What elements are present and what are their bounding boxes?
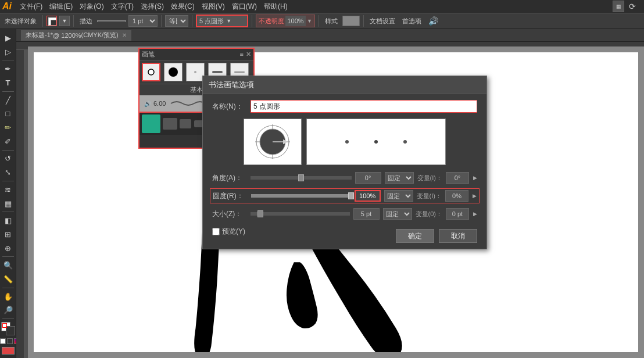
tool-scale[interactable]: ⤡ [1,166,15,179]
brush-dropdown-arrow[interactable]: ▼ [226,18,231,24]
menu-file[interactable]: 文件(F) [16,0,46,13]
roundness-var-input[interactable] [445,190,468,202]
main-area: ▶ ▷ ✒ T ╱ □ ✏ ✐ ↺ ⤡ ≋ ▦ ◧ ⊞ ⊕ 🔍 📏 ✋ 🔎 [0,29,644,358]
size-value-input[interactable] [353,208,380,220]
brush-panel-controls: ≡ ✕ [240,51,251,58]
size-slider[interactable] [251,212,350,216]
cancel-button[interactable]: 取消 [439,229,477,243]
menu-text[interactable]: 文字(T) [108,0,137,13]
angle-slider[interactable] [251,176,352,180]
svg-point-18 [374,140,378,144]
size-fixed-select[interactable]: 固定 [383,208,412,220]
screen-mode-btn[interactable] [2,347,15,355]
size-slider-thumb[interactable] [257,210,263,217]
white-swatch[interactable] [0,338,6,344]
dialog-buttons: 确定 取消 [396,229,477,243]
roundness-slider-thumb[interactable] [348,192,354,199]
menu-select[interactable]: 选择(S) [137,0,167,13]
fill-stroke-colors[interactable] [1,322,15,335]
tool-measure[interactable]: 📏 [1,273,15,286]
document-tab[interactable]: 未标题-1* @ 1200% (CMYK/预览) ✕ [21,30,131,41]
tool-direct-select[interactable]: ▷ [1,45,15,59]
menu-object[interactable]: 对象(O) [76,0,107,13]
tool-zoom[interactable]: 🔎 [1,304,15,317]
svg-rect-7 [163,118,177,130]
tool-select[interactable]: ▶ [1,31,15,45]
tool-pen[interactable]: ✒ [1,62,15,76]
tool-eyedrop[interactable]: 🔍 [1,259,15,272]
roundness-slider[interactable] [251,194,351,198]
tool-warp[interactable]: ≋ [1,183,15,196]
tool-graph[interactable]: ▦ [1,197,15,210]
svg-rect-8 [180,119,191,128]
tab-zoom: @ 1200% [53,32,81,39]
tab-close-btn[interactable]: ✕ [122,32,127,38]
brush-selector[interactable]: 5 点圆形 ▼ [196,15,248,27]
preview-label[interactable]: 预览(Y) [222,227,245,237]
angle-fixed-select[interactable]: 固定 [385,172,414,184]
tool-brush[interactable]: ✏ [1,121,15,134]
angle-var-input[interactable] [446,172,469,184]
brush-cell-0[interactable] [142,63,160,81]
roundness-fixed-select[interactable]: 固定 [384,190,413,202]
angle-value-input[interactable] [355,172,381,184]
confirm-button[interactable]: 确定 [396,229,434,243]
rotate-icon[interactable]: ⟳ [627,1,638,12]
tool-pencil[interactable]: ✐ [1,135,15,148]
svg-rect-5 [234,71,245,73]
stroke-width-dropdown: 1 pt [128,15,158,27]
no-select-label: 未选择对象 [2,16,39,27]
tool-line[interactable]: ╱ [1,94,15,107]
angle-slider-thumb[interactable] [298,174,304,181]
black-swatch[interactable] [7,338,13,344]
tool-text[interactable]: T [1,76,15,90]
size-row: 大小(Z)： 固定 变量(0)： ▶ [212,208,477,220]
brush-panel-header: 画笔 ≡ ✕ [139,49,253,60]
doc-settings-label[interactable]: 文档设置 [367,16,398,27]
angle-var-arrow[interactable]: ▶ [473,175,477,181]
fill-select[interactable]: ▼ [59,16,70,26]
style-box[interactable] [342,16,360,26]
roundness-var-arrow[interactable]: ▶ [473,193,477,199]
tool-mesh[interactable]: ⊞ [1,228,15,241]
size-var-input[interactable] [446,208,469,220]
separator-7 [363,15,364,27]
speaker-icon[interactable]: 🔊 [428,16,438,26]
canvas-tab: 未标题-1* @ 1200% (CMYK/预览) ✕ [16,29,644,42]
roundness-value-input[interactable] [355,190,381,202]
brush-panel-close-btn[interactable]: ✕ [246,51,251,58]
tool-sep-5 [2,212,14,212]
brush-cell-1[interactable] [164,63,183,81]
menu-window[interactable]: 窗口(W) [228,0,260,13]
stroke-width-select[interactable]: 1 pt [128,15,158,27]
angle-label: 角度(A)： [212,173,247,183]
tool-rect[interactable]: □ [1,107,15,120]
tool-sep-6 [2,256,14,257]
preview-checkbox[interactable] [212,228,220,235]
menu-view[interactable]: 视图(V) [198,0,228,13]
calligraphy-dialog: 书法画笔选项 名称(N)： [202,76,487,249]
menu-edit[interactable]: 编辑(E) [46,0,76,13]
preferences-label[interactable]: 首选项 [400,16,424,27]
style-label: 样式 [323,16,340,27]
stroke-color-box[interactable] [46,16,57,26]
tool-hand[interactable]: ✋ [1,290,15,303]
opacity-input[interactable] [285,16,306,26]
tool-gradient[interactable]: ◧ [1,214,15,227]
name-input[interactable] [251,100,477,113]
dialog-footer: 预览(Y) 确定 取消 [212,224,477,243]
size-var-label: 变量(0)： [416,210,442,219]
opacity-arrow[interactable]: ▼ [307,18,312,24]
size-var-arrow[interactable]: ▶ [473,211,477,217]
opacity-label: 不透明度 [259,17,284,26]
svg-rect-6 [142,114,160,133]
arrange-icon[interactable]: ▦ [613,1,624,12]
menu-help[interactable]: 帮助(H) [260,0,291,13]
tool-blend[interactable]: ⊕ [1,242,15,255]
tool-sep-1 [2,60,14,60]
brush-panel-menu-btn[interactable]: ≡ [240,51,244,58]
tool-rotate[interactable]: ↺ [1,152,15,166]
tool-sep-2 [2,91,14,92]
menu-effect[interactable]: 效果(C) [167,0,198,13]
separator-5 [252,15,252,27]
